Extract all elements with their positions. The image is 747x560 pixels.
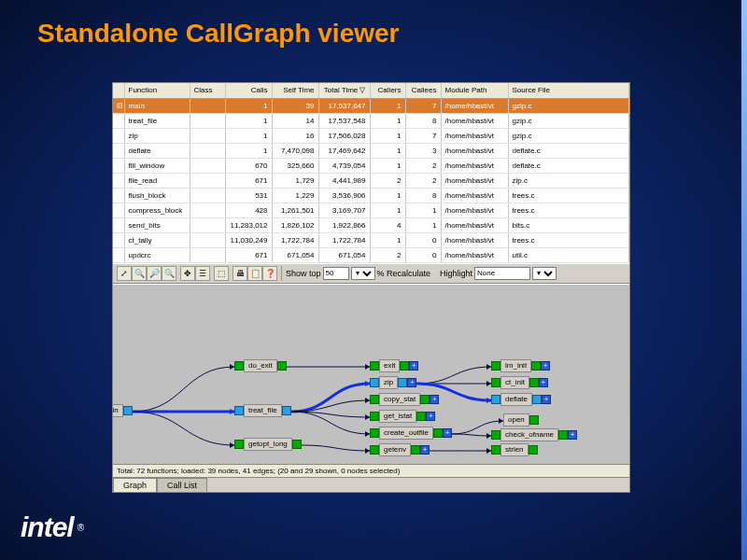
table-row[interactable]: updcrc671671,054671,05420/home/hbast/vtu… (113, 247, 629, 262)
callgraph-canvas[interactable]: aindo_exittreat_filegetopt_longexit+zip+… (113, 284, 629, 465)
cell (113, 188, 124, 203)
graph-node-strlen[interactable]: strlen (491, 443, 538, 456)
graph-node-create_outfile[interactable]: create_outfile+ (370, 427, 452, 440)
graph-node-get_istat[interactable]: get_istat+ (370, 410, 435, 423)
graph-node-getopt_long[interactable]: getopt_long (234, 438, 302, 451)
node-port-icon (491, 445, 500, 455)
node-port-icon (491, 378, 500, 387)
expand-icon[interactable]: + (426, 412, 435, 421)
node-port-icon (123, 406, 133, 415)
expand-icon[interactable]: + (542, 395, 551, 404)
expand-icon[interactable]: + (539, 378, 548, 387)
table-row[interactable]: send_bits11,283,0121,826,1021,922,86641/… (113, 217, 629, 232)
toolbar-button[interactable]: ✥ (180, 266, 195, 281)
node-label: zip (379, 376, 398, 389)
toolbar-button[interactable]: ❓ (262, 266, 277, 281)
cell (190, 173, 225, 188)
col-header[interactable]: Function (124, 83, 190, 98)
graph-node-ct_init[interactable]: ct_init+ (491, 376, 548, 389)
node-port-icon (491, 430, 500, 440)
node-port-icon (234, 440, 244, 449)
recalculate-label: % Recalculate (377, 269, 431, 278)
node-port-icon (370, 361, 379, 371)
graph-node-copy_stat[interactable]: copy_stat+ (370, 393, 439, 406)
tab-call-list[interactable]: Call List (157, 478, 207, 492)
graph-node-open[interactable]: open (503, 413, 539, 427)
toolbar-button[interactable]: 🔎 (147, 266, 162, 281)
expand-icon[interactable]: + (409, 361, 418, 371)
graph-node-check_ofname[interactable]: check_ofname+ (491, 428, 577, 441)
toolbar-button[interactable]: ⤢ (117, 266, 132, 281)
graph-node-zip[interactable]: zip+ (370, 376, 416, 389)
show-top-unit[interactable]: ▾ (351, 267, 375, 280)
expand-icon[interactable]: + (420, 445, 430, 455)
node-label: copy_stat (379, 393, 420, 406)
cell: util.c (508, 247, 629, 262)
cell: /home/hbast/vt (441, 188, 508, 203)
node-port-icon (282, 406, 291, 415)
show-top-input[interactable] (323, 267, 349, 280)
node-port-icon (370, 378, 379, 387)
graph-toolbar: ⤢🔍🔎🔍✥☰⬚🖶📋❓ Show top ▾ % Recalculate High… (113, 263, 629, 284)
cell: 325,660 (272, 158, 318, 173)
col-header[interactable]: Total Time ▽ (318, 83, 370, 98)
separator (281, 266, 282, 281)
toolbar-button[interactable]: 🔍 (132, 266, 147, 281)
col-header[interactable]: Calls (225, 83, 272, 98)
cell: 1 (370, 203, 405, 217)
graph-tabs: Graph Call List (113, 477, 629, 492)
intel-logo: intel® (21, 511, 84, 543)
table-row[interactable]: ct_tally11,030,2491,722,7841,722,78410/h… (113, 232, 629, 247)
table-row[interactable]: ⊟main13917,537,64717/home/hbast/vtgzip.c (113, 98, 629, 113)
node-label: get_istat (379, 410, 416, 423)
graph-node-getenv[interactable]: getenv+ (370, 443, 430, 456)
col-header[interactable]: Class (190, 83, 225, 98)
expand-icon[interactable]: + (407, 378, 416, 387)
cell (190, 128, 225, 143)
expand-icon[interactable]: + (541, 361, 550, 371)
table-row[interactable]: treat_file11417,537,54818/home/hbast/vtg… (113, 113, 629, 128)
table-row[interactable]: fill_window670325,6604,739,05412/home/hb… (113, 158, 629, 173)
cell (190, 188, 225, 203)
graph-node-treat_file[interactable]: treat_file (234, 404, 291, 417)
col-header[interactable]: Self Time (272, 83, 318, 98)
table-body: ⊟main13917,537,64717/home/hbast/vtgzip.c… (113, 98, 629, 262)
node-label: exit (379, 359, 400, 372)
cell: 7,470,098 (272, 143, 318, 158)
expand-icon[interactable]: + (443, 428, 452, 438)
table-row[interactable]: zip11617,506,02817/home/hbast/vtgzip.c (113, 128, 629, 143)
graph-node-do_exit[interactable]: do_exit (234, 359, 287, 372)
node-label: lm_init (500, 359, 531, 372)
expand-icon[interactable]: + (568, 430, 577, 440)
tab-graph[interactable]: Graph (113, 478, 157, 492)
cell: 17,537,647 (318, 98, 370, 113)
node-label: deflate (500, 393, 532, 406)
col-header[interactable]: Source File (508, 83, 629, 98)
cell: zip.c (508, 173, 629, 188)
graph-node-deflate[interactable]: deflate+ (491, 393, 551, 406)
col-header[interactable]: Callers (370, 83, 405, 98)
cell: ⊟ (113, 98, 124, 113)
cell: bits.c (508, 217, 629, 232)
toolbar-button[interactable]: ☰ (195, 266, 210, 281)
col-header[interactable]: Module Path (441, 83, 508, 98)
highlight-label: Highlight (440, 269, 472, 278)
col-header[interactable]: Callees (405, 83, 441, 98)
table-row[interactable]: deflate17,470,09817,469,64213/home/hbast… (113, 143, 629, 158)
expand-icon[interactable]: + (430, 395, 439, 404)
highlight-input[interactable] (474, 267, 530, 280)
graph-node-lm_init[interactable]: lm_init+ (491, 359, 550, 372)
col-header[interactable] (113, 83, 124, 98)
table-row[interactable]: flush_block5311,2293,536,90618/home/hbas… (113, 188, 629, 203)
highlight-dropdown[interactable]: ▾ (532, 267, 557, 280)
table-row[interactable]: compress_block4281,261,5013,169,70711/ho… (113, 203, 629, 217)
graph-node-exit[interactable]: exit+ (370, 359, 418, 372)
graph-node-main[interactable]: ain (113, 404, 133, 417)
table-row[interactable]: file_read6711,7294,441,98922/home/hbast/… (113, 173, 629, 188)
toolbar-button[interactable]: 🔍 (162, 266, 176, 281)
cell: 3,536,906 (318, 188, 370, 203)
toolbar-button[interactable]: ⬚ (214, 266, 229, 281)
toolbar-button[interactable]: 🖶 (233, 266, 247, 281)
toolbar-button[interactable]: 📋 (247, 266, 262, 281)
cell: trees.c (508, 232, 629, 247)
